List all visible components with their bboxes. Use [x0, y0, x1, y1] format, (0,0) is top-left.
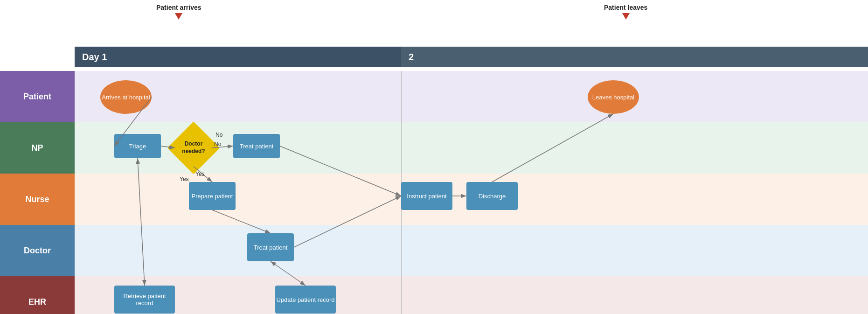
node-discharge: Discharge: [466, 182, 518, 210]
patient-leaves-label: Patient leaves: [604, 4, 647, 21]
content-patient: Arrives at hospital Leaves hospital: [75, 71, 868, 122]
node-retrieve: Retrieve patient record: [114, 286, 175, 314]
header-row: Patient arrives Patient leaves: [0, 0, 868, 47]
label-np: NP: [0, 122, 75, 174]
patient-arrives-label: Patient arrives: [156, 4, 201, 21]
day2-block: 2: [401, 47, 868, 67]
node-treat-np: Treat patient: [233, 134, 280, 158]
label-doctor: Doctor: [0, 225, 75, 276]
label-patient: Patient: [0, 71, 75, 122]
no-text: No: [215, 132, 222, 138]
content-nurse: Yes Prepare patient Instruct patient Dis…: [75, 174, 868, 225]
timeline-header: Patient arrives Patient leaves: [75, 0, 868, 47]
diagram-container: Patient arrives Patient leaves Day 1 2: [0, 0, 868, 314]
timeline-bar: Day 1 2: [75, 47, 868, 67]
node-treat-doctor: Treat patient: [247, 233, 294, 261]
label-ehr: EHR: [0, 276, 75, 314]
swimlane-doctor: Doctor Treat patient: [0, 225, 868, 276]
content-np: Triage Doctor needed? No Treat patient: [75, 122, 868, 174]
node-arrives: Arrives at hospital: [100, 80, 152, 114]
swimlanes: NoYes Patient Arrives at hospital Leaves…: [0, 71, 868, 314]
node-leaves: Leaves hospital: [588, 80, 639, 114]
swimlane-np: NP Triage Doctor needed? No: [0, 122, 868, 174]
swimlane-ehr: EHR Retrieve patient record Update patie…: [0, 276, 868, 314]
node-update: Update patient record: [275, 286, 336, 314]
swimlane-patient: Patient Arrives at hospital Leaves hospi…: [0, 71, 868, 122]
content-ehr: Retrieve patient record Update patient r…: [75, 276, 868, 314]
node-prepare: Prepare patient: [189, 182, 236, 210]
swimlane-nurse: Nurse Yes Prepare patient Instruct patie…: [0, 174, 868, 225]
day1-block: Day 1: [75, 47, 401, 67]
yes-text: Yes: [180, 176, 189, 182]
content-doctor: Treat patient: [75, 225, 868, 276]
node-instruct: Instruct patient: [401, 182, 452, 210]
node-doctor-needed-container: Doctor needed?: [175, 129, 212, 167]
node-triage: Triage: [114, 134, 161, 158]
label-nurse: Nurse: [0, 174, 75, 225]
